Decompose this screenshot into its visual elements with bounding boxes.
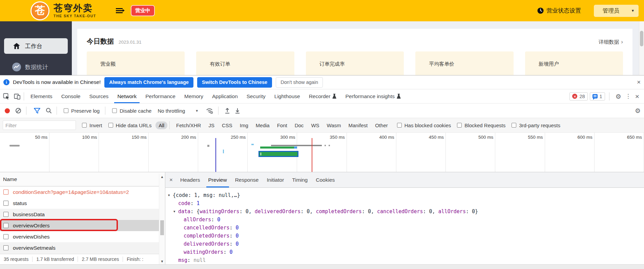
sidebar-collapse-icon[interactable] [116,8,123,13]
scrollbar-thumb[interactable] [160,220,164,235]
waterfall-bar[interactable] [9,145,20,147]
waterfall-bar[interactable] [325,145,326,146]
filter-type-font[interactable]: Font [274,121,290,129]
search-icon[interactable] [46,108,52,114]
hide-data-urls-checkbox[interactable]: Hide data URLs [108,122,152,128]
record-network-log-button[interactable] [5,108,10,113]
infobar-button[interactable]: Don't show again [276,77,323,88]
invert-checkbox[interactable]: Invert [82,122,102,128]
filter-type-wasm[interactable]: Wasm [324,121,344,129]
filter-type-manifest[interactable]: Manifest [346,121,371,129]
json-line[interactable]: msg: null [165,256,644,264]
json-line[interactable]: code: 1 [165,199,644,207]
filter-type-js[interactable]: JS [205,121,217,129]
filter-type-other[interactable]: Other [372,121,391,129]
detail-tab-timing[interactable]: Timing [288,172,312,187]
waterfall-bar[interactable] [294,147,297,149]
filter-type-media[interactable]: Media [253,121,273,129]
filter-checkbox-has-blocked-cookies[interactable]: Has blocked cookies [397,122,451,128]
tab-console[interactable]: Console [57,89,85,103]
tab-lighthouse[interactable]: Lighthouse [270,89,305,103]
detail-tab-initiator[interactable]: Initiator [263,172,288,187]
request-table-name-header[interactable]: Name [0,172,165,186]
table-row[interactable]: overviewSetmeals [0,242,165,253]
json-line[interactable]: allOrders: 0 [165,216,644,224]
detail-data-link[interactable]: 详细数据› [599,39,623,45]
inspect-element-icon[interactable] [2,92,11,100]
tab-application[interactable]: Application [208,89,242,103]
tab-memory[interactable]: Memory [180,89,208,103]
business-status-settings[interactable]: 营业状态设置 [546,7,581,15]
tab-security[interactable]: Security [242,89,270,103]
json-line[interactable]: ▼{code: 1, msg: null,…} [165,191,644,199]
filter-type-img[interactable]: Img [237,121,251,129]
tab-performance-insights[interactable]: Performance insights [341,89,405,103]
table-row[interactable]: status [0,198,165,209]
export-har-icon[interactable] [235,108,240,114]
scroll-up-icon[interactable]: ▲ [159,175,165,179]
filter-type-css[interactable]: CSS [219,121,235,129]
request-list-scrollbar[interactable]: ▲ ▼ [159,174,165,264]
detail-tab-cookies[interactable]: Cookies [312,172,339,187]
waterfall-bar[interactable] [251,144,254,145]
filter-checkbox-blocked-requests[interactable]: Blocked Requests [457,122,505,128]
infobar-button[interactable]: Always match Chrome's language [104,77,193,88]
filter-icon[interactable] [34,108,40,114]
user-menu-dropdown[interactable]: 管理员 ▼ [594,5,639,17]
devtools-menu-icon[interactable]: ⋮ [625,93,631,100]
sidebar-item-workbench[interactable]: 工作台 [4,38,68,54]
waterfall-bar[interactable] [207,145,209,147]
disable-cache-checkbox[interactable]: Disable cache [112,108,151,114]
detail-tab-response[interactable]: Response [231,172,263,187]
sidebar-item-statistics[interactable]: 数据统计 [4,60,68,74]
filter-type-fetch-xhr[interactable]: Fetch/XHR [173,121,204,129]
waterfall-bar[interactable] [260,147,294,149]
expand-triangle-icon[interactable]: ▼ [173,207,178,216]
tab-elements[interactable]: Elements [26,89,57,103]
waterfall-bar-selected[interactable] [258,151,298,157]
table-row[interactable]: overviewDishes [0,231,165,242]
json-line[interactable]: cancelledOrders: 0 [165,224,644,232]
table-row[interactable]: overviewOrders [0,220,165,231]
detail-tab-preview[interactable]: Preview [204,172,231,187]
network-conditions-icon[interactable] [206,108,213,114]
issues-badge[interactable]: 1 [590,92,605,100]
devtools-close-icon[interactable]: × [635,92,639,100]
filter-checkbox-3rd-party-requests[interactable]: 3rd-party requests [512,122,560,128]
table-row-partial[interactable] [0,253,165,254]
detail-close-icon[interactable]: × [169,177,173,183]
tab-network[interactable]: Network [113,89,141,103]
json-line[interactable]: waitingOrders: 0 [165,248,644,256]
table-row[interactable]: businessData [0,209,165,220]
json-line[interactable]: ▼data: {waitingOrders: 0, deliveredOrder… [165,207,644,216]
waterfall-bar[interactable] [271,145,322,146]
throttling-dropdown[interactable]: No throttling▼ [158,108,199,114]
tab-performance[interactable]: Performance [141,89,180,103]
filter-type-all[interactable]: All [155,121,167,129]
expand-triangle-icon[interactable]: ▼ [168,191,173,199]
tab-recorder[interactable]: Recorder [305,89,341,103]
page-scrollbar[interactable] [639,21,644,75]
import-har-icon[interactable] [225,108,230,114]
filter-type-ws[interactable]: WS [308,121,322,129]
infobar-button[interactable]: Switch DevTools to Chinese [197,77,272,88]
filter-type-doc[interactable]: Doc [292,121,307,129]
tab-sources[interactable]: Sources [85,89,113,103]
network-settings-icon[interactable]: ⚙ [635,107,641,114]
json-line[interactable]: deliveredOrders: 0 [165,240,644,248]
waterfall-bar[interactable] [329,145,330,146]
filter-input[interactable] [3,120,76,130]
device-toolbar-icon[interactable] [13,92,22,100]
json-line[interactable]: completedOrders: 0 [165,232,644,240]
waterfall-bar[interactable] [223,150,224,153]
detail-tab-headers[interactable]: Headers [176,172,204,187]
scroll-down-icon[interactable]: ▼ [159,260,165,263]
page-scrollbar-thumb[interactable] [640,31,643,46]
console-errors-badge[interactable]: × 28 [569,92,587,100]
devtools-settings-icon[interactable]: ⚙ [616,93,621,100]
infobar-close-icon[interactable]: × [637,79,641,86]
table-row[interactable]: conditionSearch?page=1&pageSize=10&statu… [0,186,165,198]
json-token: : 0, [423,208,438,215]
preserve-log-checkbox[interactable]: Preserve log [64,108,100,114]
clear-network-log-icon[interactable] [15,108,21,114]
